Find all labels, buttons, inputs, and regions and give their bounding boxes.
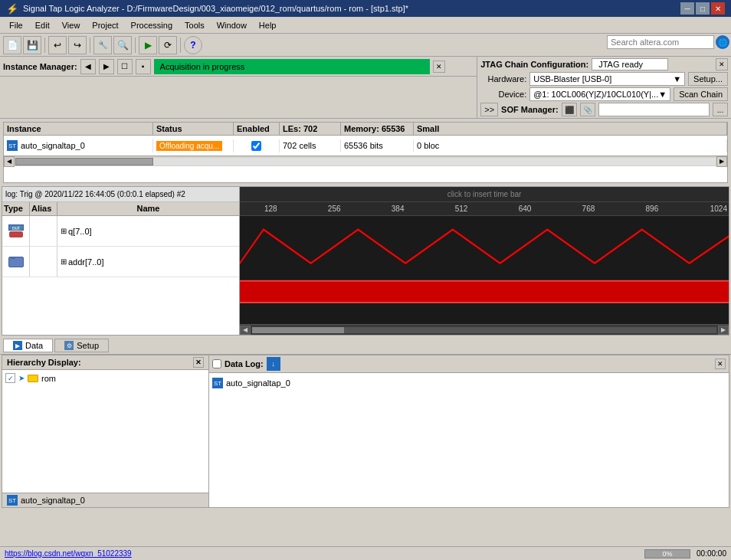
wave-scroll-thumb[interactable] xyxy=(252,327,344,333)
td-status: Offloading acqu... xyxy=(153,139,234,152)
hardware-value[interactable]: USB-Blaster [USB-0] xyxy=(533,74,611,84)
search-input[interactable] xyxy=(607,35,714,49)
hier-arrow-icon: ➤ xyxy=(18,374,25,382)
close-button[interactable]: ✕ xyxy=(711,2,725,15)
jtag-close-button[interactable]: ✕ xyxy=(716,58,728,70)
scroll-left-btn[interactable]: ◀ xyxy=(4,156,15,167)
menu-processing[interactable]: Processing xyxy=(125,19,179,31)
enabled-checkbox[interactable] xyxy=(251,141,261,151)
td-memory: 65536 bits xyxy=(341,139,414,152)
help-button[interactable]: ? xyxy=(184,36,202,54)
th-instance: Instance xyxy=(4,123,153,135)
wave-scroll-left[interactable]: ◀ xyxy=(240,326,251,335)
time-marker-1024: 1024 xyxy=(710,205,727,213)
signal-th-type: Type xyxy=(2,202,30,215)
device-value[interactable]: @1: 10CL006(Y|Z)/10CL010(Y|... xyxy=(533,90,658,99)
menu-window[interactable]: Window xyxy=(211,19,253,31)
wave-scroll-track[interactable] xyxy=(252,327,716,333)
hardware-dropdown-arrow[interactable]: ▼ xyxy=(673,74,681,84)
addr-waveform xyxy=(240,281,729,303)
les-value: 702 cells xyxy=(283,141,316,150)
time-marker-512: 512 xyxy=(455,205,468,213)
search-area: 🌐 xyxy=(607,34,731,51)
signal-type-out-icon: out xyxy=(8,224,24,237)
waveform-hscroll[interactable]: ◀ ▶ xyxy=(240,324,729,335)
im-nav-right[interactable]: ▶ xyxy=(99,59,114,74)
time-marker-384: 384 xyxy=(392,205,405,213)
waveform-container: log: Trig @ 2020/11/22 16:44:05 (0:0:0.1… xyxy=(2,186,729,336)
th-memory: Memory: 65536 xyxy=(341,123,414,135)
sof-paperclip-icon[interactable]: 📎 xyxy=(580,103,595,116)
tab-setup[interactable]: ⚙ Setup xyxy=(54,339,109,352)
im-add[interactable]: ☐ xyxy=(117,59,133,74)
im-nav-left[interactable]: ◀ xyxy=(80,59,96,74)
sof-chip-icon[interactable]: ⬛ xyxy=(562,103,577,116)
title-bar: ⚡ Signal Tap Logic Analyzer - D:/Firmwar… xyxy=(0,0,731,17)
td-les: 702 cells xyxy=(280,139,341,152)
tab-data[interactable]: ▶ Data xyxy=(3,339,53,352)
hier-footer-label: auto_signaltap_0 xyxy=(21,496,85,505)
hier-checkbox-icon[interactable]: ✓ xyxy=(5,373,15,383)
redo-button[interactable]: ↪ xyxy=(68,36,87,54)
table-row: ST auto_signaltap_0 Offloading acqu... 7… xyxy=(4,136,727,156)
setup-button[interactable]: Setup... xyxy=(688,72,728,86)
datalog-close[interactable]: ✕ xyxy=(715,359,726,369)
td-small: 0 bloc xyxy=(414,139,727,152)
im-remove[interactable]: ▪ xyxy=(136,59,151,74)
autorun-button[interactable]: ⟳ xyxy=(159,36,177,54)
run-button[interactable]: ▶ xyxy=(139,36,157,54)
datalog-checkbox[interactable] xyxy=(212,359,221,368)
find-button[interactable]: 🔍 xyxy=(113,36,132,54)
menu-help[interactable]: Help xyxy=(253,19,283,31)
signal-th-alias: Alias xyxy=(30,202,57,215)
datalog-item-icon: ST xyxy=(212,378,223,388)
menu-tools[interactable]: Tools xyxy=(179,19,211,31)
scan-chain-button[interactable]: Scan Chain xyxy=(674,87,728,101)
instance-name[interactable]: auto_signaltap_0 xyxy=(21,141,85,150)
td-enabled[interactable] xyxy=(234,139,280,152)
datalog-panel: Data Log: ↓ ✕ ST auto_signaltap_0 xyxy=(209,355,729,507)
scrollbar-track[interactable] xyxy=(15,158,716,165)
signal-th-name: Name xyxy=(57,202,239,215)
datalog-item-label: auto_signaltap_0 xyxy=(226,378,290,388)
th-status: Status xyxy=(153,123,234,135)
time-marker-128: 128 xyxy=(264,205,277,213)
minimize-button[interactable]: ─ xyxy=(680,2,694,15)
signal-name-q: ⊞ q[7..0] xyxy=(57,225,239,237)
datalog-header: Data Log: ↓ ✕ xyxy=(209,355,729,373)
time-ruler: 128 256 384 512 640 768 896 1024 xyxy=(240,202,729,216)
undo-button[interactable]: ↩ xyxy=(48,36,67,54)
sof-browse-button[interactable]: ... xyxy=(713,103,728,116)
signal-type-addr-icon xyxy=(8,257,24,267)
scrollbar-thumb[interactable] xyxy=(15,158,153,165)
time-hint-bar[interactable]: click to insert time bar xyxy=(240,187,729,202)
instance-manager-label: Instance Manager: xyxy=(3,62,77,71)
maximize-button[interactable]: □ xyxy=(696,2,710,15)
new-button[interactable]: 📄 xyxy=(3,36,21,54)
time-marker-640: 640 xyxy=(519,205,532,213)
netlist-button[interactable]: 🔧 xyxy=(93,36,112,54)
save-button[interactable]: 💾 xyxy=(23,36,41,54)
sof-btn[interactable]: >> xyxy=(480,103,498,116)
datalog-item-0: ST auto_signaltap_0 xyxy=(212,376,726,390)
menu-view[interactable]: View xyxy=(56,19,87,31)
datalog-icon-btn[interactable]: ↓ xyxy=(267,357,280,371)
menu-file[interactable]: File xyxy=(3,19,29,31)
log-info: log: Trig @ 2020/11/22 16:44:05 (0:0:0.1… xyxy=(5,190,185,198)
sof-label: SOF Manager: xyxy=(501,105,559,114)
menu-project[interactable]: Project xyxy=(86,19,124,31)
menu-edit[interactable]: Edit xyxy=(29,19,56,31)
bottom-tabs: ▶ Data ⚙ Setup xyxy=(0,337,731,355)
waveform-display[interactable]: click to insert time bar 128 256 384 512… xyxy=(240,187,729,335)
th-small: Small xyxy=(414,123,727,135)
hierarchy-content: ✓ ➤ rom xyxy=(2,370,208,493)
bottom-panels: Hierarchy Display: ✕ ✓ ➤ rom ST auto_sig… xyxy=(2,355,729,508)
im-close-button[interactable]: ✕ xyxy=(433,61,445,73)
status-url[interactable]: https://blog.csdn.net/wqxn_51022339 xyxy=(5,549,132,558)
hierarchy-item-rom: ✓ ➤ rom xyxy=(5,373,205,383)
wave-scroll-right[interactable]: ▶ xyxy=(718,326,729,335)
device-dropdown-arrow[interactable]: ▼ xyxy=(658,90,667,99)
scroll-right-btn[interactable]: ▶ xyxy=(716,156,727,167)
signal-addr-label: addr[7..0] xyxy=(68,257,103,267)
hierarchy-close[interactable]: ✕ xyxy=(193,357,204,368)
